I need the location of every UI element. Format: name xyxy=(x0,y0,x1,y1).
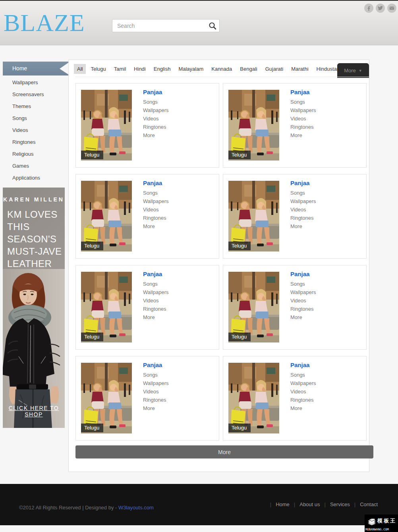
card-link-videos[interactable]: Videos xyxy=(143,296,159,305)
card-title-link[interactable]: Panjaa xyxy=(290,89,309,95)
twitter-icon[interactable] xyxy=(376,4,385,13)
card-link-ringtones[interactable]: Ringtones xyxy=(290,123,314,131)
card-link-wallpapers[interactable]: Wallpapers xyxy=(290,197,316,205)
card-link-more[interactable]: More xyxy=(290,313,302,321)
tab-gujarati[interactable]: Gujarati xyxy=(262,64,287,74)
card-link-songs[interactable]: Songs xyxy=(143,371,158,379)
ad-banner[interactable]: KAREN MILLEN KM LOVESTHISSEASON'SMUST-JA… xyxy=(3,188,65,428)
card-link-wallpapers[interactable]: Wallpapers xyxy=(143,379,169,387)
more-dropdown-button[interactable]: More ▼ xyxy=(337,63,369,78)
tab-marathi[interactable]: Marathi xyxy=(288,64,311,74)
card-link-videos[interactable]: Videos xyxy=(290,114,306,123)
card-link-videos[interactable]: Videos xyxy=(290,387,306,396)
facebook-icon[interactable] xyxy=(364,4,373,13)
sidebar-item-applications[interactable]: Applications xyxy=(3,172,64,184)
card-link-videos[interactable]: Videos xyxy=(143,114,159,123)
email-icon[interactable] xyxy=(387,4,396,13)
card-link-more[interactable]: More xyxy=(290,404,302,412)
tab-hindi[interactable]: Hindi xyxy=(131,64,149,74)
card-link-wallpapers[interactable]: Wallpapers xyxy=(290,379,316,387)
designer-link[interactable]: W3layouts.com xyxy=(118,505,154,511)
card-title-link[interactable]: Panjaa xyxy=(143,271,162,277)
tab-kannada[interactable]: Kannada xyxy=(208,64,235,74)
card-link-videos[interactable]: Videos xyxy=(290,296,306,305)
card-link-wallpapers[interactable]: Wallpapers xyxy=(290,288,316,296)
card-title-link[interactable]: Panjaa xyxy=(290,362,309,368)
card-link-videos[interactable]: Videos xyxy=(143,387,159,396)
sidebar-item-ringtones[interactable]: Ringtones xyxy=(3,136,64,148)
card-link-more[interactable]: More xyxy=(143,131,155,139)
sidebar-item-religious[interactable]: Religious xyxy=(3,148,64,160)
card-link-videos[interactable]: Videos xyxy=(143,205,159,214)
media-card: Telugu Panjaa SongsWallpapersVideosRingt… xyxy=(223,356,367,441)
card-thumbnail[interactable]: Telugu xyxy=(228,181,279,251)
media-card: Telugu Panjaa SongsWallpapersVideosRingt… xyxy=(75,83,219,168)
ad-headline-line: LEATHER xyxy=(7,257,62,270)
media-card: Telugu Panjaa SongsWallpapersVideosRingt… xyxy=(75,174,219,259)
sidebar-item-themes[interactable]: Themes xyxy=(3,101,64,112)
sidebar-item-songs[interactable]: Songs xyxy=(3,112,64,124)
card-link-songs[interactable]: Songs xyxy=(143,189,158,197)
card-link-more[interactable]: More xyxy=(290,131,302,139)
card-link-songs[interactable]: Songs xyxy=(143,98,158,106)
sidebar-item-games[interactable]: Games xyxy=(3,160,64,172)
card-link-songs[interactable]: Songs xyxy=(290,189,305,197)
card-title-link[interactable]: Panjaa xyxy=(143,362,162,368)
sidebar-item-screensavers[interactable]: Screensavers xyxy=(3,89,64,101)
card-link-songs[interactable]: Songs xyxy=(290,371,305,379)
card-thumbnail[interactable]: Telugu xyxy=(228,363,279,433)
card-link-ringtones[interactable]: Ringtones xyxy=(143,214,166,222)
load-more-button[interactable]: More xyxy=(75,445,373,458)
tab-telugu[interactable]: Telugu xyxy=(87,64,109,74)
card-thumbnail[interactable]: Telugu xyxy=(81,90,132,161)
tab-bengali[interactable]: Bengali xyxy=(237,64,260,74)
footer-link-contact[interactable]: Contact xyxy=(355,501,382,507)
card-link-videos[interactable]: Videos xyxy=(290,205,306,214)
card-link-wallpapers[interactable]: Wallpapers xyxy=(290,106,316,114)
card-thumbnail[interactable]: Telugu xyxy=(228,90,279,161)
card-link-more[interactable]: More xyxy=(143,222,155,230)
ad-cta-link[interactable]: CLICK HERE TO SHOP xyxy=(3,405,65,418)
sidebar-item-wallpapers[interactable]: Wallpapers xyxy=(3,77,64,89)
search-icon[interactable] xyxy=(208,21,217,31)
tab-all[interactable]: All xyxy=(74,64,86,74)
card-links: Panjaa SongsWallpapersVideosRingtonesMor… xyxy=(143,89,169,139)
card-link-ringtones[interactable]: Ringtones xyxy=(290,214,314,222)
card-title-link[interactable]: Panjaa xyxy=(143,180,162,186)
card-link-ringtones[interactable]: Ringtones xyxy=(143,305,166,313)
card-link-wallpapers[interactable]: Wallpapers xyxy=(143,106,169,114)
card-link-songs[interactable]: Songs xyxy=(143,280,158,288)
card-link-wallpapers[interactable]: Wallpapers xyxy=(143,288,169,296)
footer-links: |Home|About us|Services|Contact xyxy=(270,501,382,507)
card-link-more[interactable]: More xyxy=(143,313,155,321)
card-link-wallpapers[interactable]: Wallpapers xyxy=(143,197,169,205)
card-link-more[interactable]: More xyxy=(143,404,155,412)
card-thumbnail[interactable]: Telugu xyxy=(81,363,132,433)
media-card: Telugu Panjaa SongsWallpapersVideosRingt… xyxy=(223,174,367,259)
card-link-ringtones[interactable]: Ringtones xyxy=(143,123,166,131)
site-logo[interactable]: BLAZE xyxy=(4,10,85,35)
tabs-divider xyxy=(75,77,369,77)
sidebar-item-home[interactable]: Home xyxy=(3,62,70,75)
card-title-link[interactable]: Panjaa xyxy=(290,271,309,277)
tab-malayalam[interactable]: Malayalam xyxy=(175,64,207,74)
footer-link-about-us[interactable]: About us xyxy=(295,501,324,507)
card-link-ringtones[interactable]: Ringtones xyxy=(290,305,314,313)
card-thumbnail[interactable]: Telugu xyxy=(81,272,132,342)
sidebar-item-videos[interactable]: Videos xyxy=(3,124,64,136)
card-link-ringtones[interactable]: Ringtones xyxy=(143,396,166,404)
card-link-ringtones[interactable]: Ringtones xyxy=(290,396,314,404)
card-link-songs[interactable]: Songs xyxy=(290,98,305,106)
card-thumbnail[interactable]: Telugu xyxy=(228,272,279,342)
card-link-songs[interactable]: Songs xyxy=(290,280,305,288)
card-thumbnail[interactable]: Telugu xyxy=(81,181,132,251)
card-title-link[interactable]: Panjaa xyxy=(290,180,309,186)
search-input[interactable] xyxy=(112,19,207,32)
card-link-more[interactable]: More xyxy=(290,222,302,230)
tab-tamil[interactable]: Tamil xyxy=(111,64,129,74)
language-tag: Telugu xyxy=(228,242,251,250)
card-title-link[interactable]: Panjaa xyxy=(143,89,162,95)
tab-english[interactable]: English xyxy=(151,64,174,74)
footer-link-home[interactable]: Home xyxy=(271,501,294,507)
footer-link-services[interactable]: Services xyxy=(326,501,354,507)
